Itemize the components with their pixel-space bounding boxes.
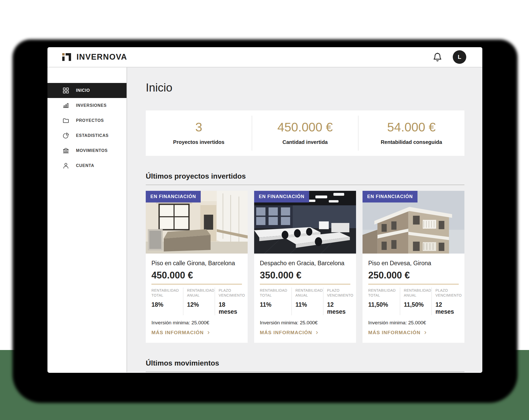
status-badge: EN FINANCIACIÓN [363,191,417,202]
project-stat: RENTABILIDAD ANUAL 12% [183,288,215,315]
sidebar-item-label: INVERSIONES [76,103,107,108]
user-icon [62,162,69,169]
sidebar-item-label: CUENTA [76,163,94,168]
project-stat: PLAZO VENCIMIENTO 12 meses [431,288,459,315]
window-body: INICIO INVERSIONES PROYECTOS [47,67,482,372]
project-card[interactable]: EN FINANCIACIÓN Piso en calle Girona, Ba… [146,191,248,343]
project-stat: PLAZO VENCIMIENTO 18 meses [215,288,242,315]
section-divider [146,372,464,372]
sidebar-item-cuenta[interactable]: CUENTA [47,158,127,173]
project-stat: RENTABILIDAD ANUAL 11% [291,288,323,315]
project-cards-row: EN FINANCIACIÓN Piso en calle Girona, Ba… [146,191,464,343]
sidebar-item-estadisticas[interactable]: ESTADISTICAS [47,128,127,143]
status-badge: EN FINANCIACIÓN [146,191,201,202]
project-stat: RENTABILIDAD TOTAL 11% [260,288,291,315]
min-investment: Inversión minima: 25.000€ [260,320,350,326]
more-info-link[interactable]: MÁS INFORMACIÓN › [151,329,242,336]
stat-value: 450.000 € [252,121,358,134]
grid-icon [62,87,69,94]
project-card-body: Piso en Devesa, Girona 250.000 € RENTABI… [363,254,464,343]
project-image-building: EN FINANCIACIÓN [363,191,464,254]
chevron-right-icon: › [424,329,427,335]
bar-chart-icon [62,102,69,109]
more-info-link[interactable]: MÁS INFORMACIÓN › [260,329,350,336]
brand-logo-icon [62,53,73,61]
chevron-right-icon: › [316,329,318,335]
page-background: INVERNOVA L [0,0,529,420]
stat-label: Cantidad invertida [252,139,358,145]
sidebar-item-label: INICIO [76,88,90,93]
project-price: 350.000 € [260,270,350,281]
brand-logo: INVERNOVA [62,52,127,62]
project-price: 450.000 € [151,270,242,281]
stat-cantidad-invertida: 450.000 € Cantidad invertida [252,116,358,151]
project-card[interactable]: EN FINANCIACIÓN Despacho en Gracia, Barc… [254,191,356,343]
sidebar-item-label: ESTADISTICAS [76,133,109,138]
stat-rentabilidad-conseguida: 54.000 € Rentabilidad conseguida [358,116,464,151]
project-image-office: EN FINANCIACIÓN [254,191,356,254]
bell-icon[interactable] [433,52,442,62]
project-stats: RENTABILIDAD TOTAL 18% RENTABILIDAD ANUA… [151,284,242,315]
sidebar-item-movimientos[interactable]: MOVIMIENTOS [47,143,127,158]
stat-label: Proyectos invertidos [146,139,252,145]
project-stats: RENTABILIDAD TOTAL 11,50% RENTABILIDAD A… [368,284,459,315]
section-title-projects: Últimos proyectos invertidos [146,172,464,180]
project-stat: RENTABILIDAD TOTAL 11,50% [368,288,400,315]
sidebar-item-inicio[interactable]: INICIO [47,83,127,98]
min-investment: Inversión minima: 25.000€ [368,320,459,326]
min-investment: Inversión minima: 25.000€ [151,320,242,326]
status-badge: EN FINANCIACIÓN [254,191,309,202]
bank-icon [62,147,69,154]
avatar-initial: L [458,54,461,60]
sidebar-item-proyectos[interactable]: PROYECTOS [47,113,127,128]
project-title: Piso en Devesa, Girona [368,260,459,267]
project-card-body: Piso en calle Girona, Barcelona 450.000 … [146,254,248,343]
project-title: Piso en calle Girona, Barcelona [151,260,242,267]
brand-name: INVERNOVA [76,52,127,62]
header-actions: L [433,50,466,64]
project-card-body: Despacho en Gracia, Barcelona 350.000 € … [254,254,356,343]
stat-value: 54.000 € [358,121,464,134]
sidebar: INICIO INVERSIONES PROYECTOS [47,67,127,372]
project-stat: RENTABILIDAD TOTAL 18% [151,288,183,315]
sidebar-item-label: PROYECTOS [76,118,104,123]
app-window: INVERNOVA L [47,47,482,373]
project-stats: RENTABILIDAD TOTAL 11% RENTABILIDAD ANUA… [260,284,350,315]
project-title: Despacho en Gracia, Barcelona [260,260,350,267]
chevron-right-icon: › [207,329,210,335]
section-title-movements: Últimos movimientos [146,359,464,367]
sidebar-item-inversiones[interactable]: INVERSIONES [47,98,127,113]
top-header-bar: INVERNOVA L [47,47,482,67]
stat-value: 3 [146,121,252,134]
avatar[interactable]: L [453,50,466,64]
folder-icon [62,117,69,124]
project-price: 250.000 € [368,270,459,281]
project-stat: RENTABILIDAD ANUAL 11,50% [400,288,431,315]
more-info-link[interactable]: MÁS INFORMACIÓN › [368,329,459,336]
sidebar-nav: INICIO INVERSIONES PROYECTOS [47,83,127,173]
stat-proyectos-invertidos: 3 Proyectos invertidos [146,116,252,151]
pie-chart-icon [62,132,69,139]
project-card[interactable]: EN FINANCIACIÓN Piso en Devesa, Girona 2… [363,191,464,343]
sidebar-item-label: MOVIMIENTOS [76,148,108,153]
stat-label: Rentabilidad conseguida [358,139,464,145]
main-content: Inicio 3 Proyectos invertidos 450.000 € … [127,67,482,372]
section-divider [146,185,464,185]
page-title: Inicio [146,82,464,93]
project-stat: PLAZO VENCIMIENTO 12 meses [323,288,350,315]
project-image-kitchen: EN FINANCIACIÓN [146,191,248,254]
summary-stats-card: 3 Proyectos invertidos 450.000 € Cantida… [146,110,464,156]
